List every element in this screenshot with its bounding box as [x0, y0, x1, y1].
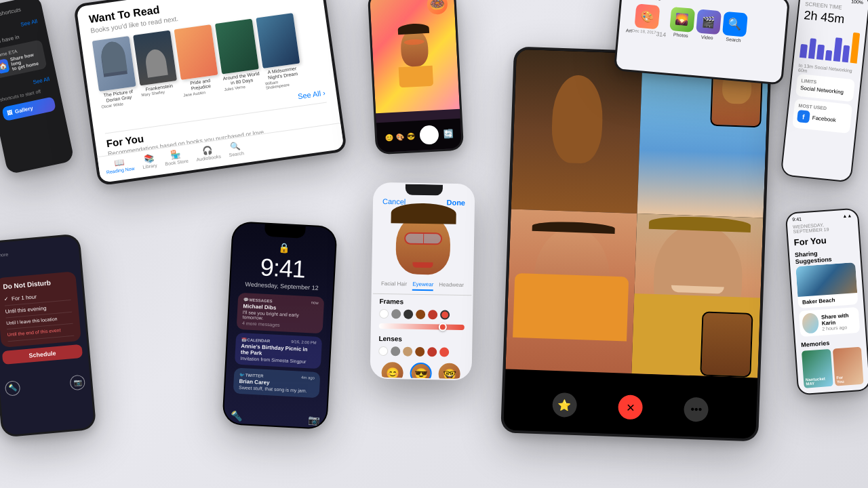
lens-color-clear[interactable] — [378, 346, 388, 356]
ix-camera-icon[interactable]: 📷 — [307, 414, 319, 426]
siri-see-all-2[interactable]: See All — [33, 76, 50, 85]
tablet-moments-screen: Moments 🎨 Art Dec 18, 2017 314 — [616, 0, 788, 83]
color-selected-red[interactable] — [440, 310, 450, 319]
slider-thumb[interactable] — [439, 323, 447, 331]
lock-bottom-icons: 🔦 📷 — [5, 374, 85, 396]
lens-color-gray[interactable] — [391, 346, 400, 356]
partial-text: ...more — [0, 246, 73, 258]
memoji-avatar-area — [373, 209, 473, 279]
book-cover-dorian — [92, 36, 136, 92]
tab-search[interactable]: 🔍 Search — [227, 140, 244, 157]
dnd-event-label: Until the end of this event — [7, 328, 60, 338]
memoji-tab-eyewear[interactable]: Eyewear — [412, 281, 433, 291]
tab-book-store[interactable]: 🏪 Book Store — [163, 148, 189, 167]
check-icon: ✓ — [4, 296, 9, 303]
notif-time-calendar: 9/16, 2:00 PM — [291, 340, 317, 346]
frames-label: Frames — [372, 294, 471, 309]
facetime-controls: ⭐ ✕ ••• — [503, 375, 757, 439]
facebook-icon: f — [797, 110, 810, 123]
lens-color-bright-red[interactable] — [439, 347, 449, 357]
emoji-1: 😊 — [384, 133, 393, 141]
phone-photos-screen: 9:41 ▲▲ WEDNESDAY, SEPTEMBER 19 For You … — [787, 209, 868, 394]
siri-see-all[interactable]: See All — [20, 18, 38, 28]
memory-nantucket-label: NantucketMAY — [806, 377, 826, 386]
moment-photos[interactable]: 🌄 Photos — [669, 7, 695, 41]
st-bar-2 — [808, 38, 817, 59]
see-all-link[interactable]: See All › — [297, 88, 326, 100]
audiobooks-icon: 🎧 — [202, 145, 214, 156]
tablet-books: Want To Read Books you'd like to read ne… — [73, 0, 347, 186]
memoji-variant-1[interactable]: 😊 — [381, 362, 403, 379]
memoji-variant-3[interactable]: 🤓 — [438, 363, 460, 379]
color-red[interactable] — [428, 310, 437, 319]
emoji-palette: 😊 🎨 😎 — [384, 132, 415, 141]
flashlight-icon[interactable]: 🔦 — [5, 380, 21, 396]
memory-2-label: ForYou — [836, 375, 844, 384]
sharing-card-karin: Share with Karin 2 hours ago — [799, 307, 860, 337]
memoji-variant-2-selected[interactable]: 😎 — [410, 363, 432, 380]
st-facebook-label: Facebook — [812, 115, 836, 123]
phone-lock-screen: ...more Do Not Disturb ✓ For 1 hour Unti… — [0, 233, 96, 437]
memoji-tab-facial-hair[interactable]: Facial Hair — [381, 281, 407, 291]
frames-slider[interactable] — [379, 323, 465, 330]
memoji-cancel-button[interactable]: Cancel — [382, 197, 406, 206]
memoji-face — [395, 213, 451, 274]
memory-nantucket[interactable]: NantucketMAY — [802, 349, 833, 388]
moment-video[interactable]: 🎬 Video — [695, 9, 722, 43]
moment-search[interactable]: 🔍 Search — [722, 12, 748, 45]
color-white[interactable] — [379, 309, 389, 319]
book-cover-world80 — [215, 19, 259, 75]
book-cover-frankenstein — [133, 30, 177, 86]
siri-content: widget shortcuts See All could have in H… — [0, 0, 62, 128]
home-icon: 🏠 — [0, 58, 10, 74]
photos-signal: ▲▲ — [842, 213, 852, 218]
dnd-1hour-label: For 1 hour — [12, 293, 37, 302]
color-dark[interactable] — [403, 310, 413, 319]
phone-lock-screen-display: ...more Do Not Disturb ✓ For 1 hour Unti… — [0, 236, 94, 436]
notif-app-twitter: 🐦 TWITTER — [239, 372, 264, 378]
st-bar-chart — [800, 24, 861, 64]
tab-reading-now[interactable]: 📖 Reading Now — [104, 156, 135, 175]
baker-beach-img — [795, 262, 857, 297]
memoji-notch — [406, 184, 443, 196]
book-cover-pride — [174, 24, 218, 80]
color-gray[interactable] — [391, 309, 401, 319]
library-icon: 📚 — [143, 153, 155, 164]
st-facebook-row: f Facebook — [797, 110, 847, 127]
art-info: Art Dec 18, 2017 314 — [625, 28, 666, 38]
shutter-button[interactable] — [419, 125, 439, 144]
memory-2[interactable]: ForYou — [832, 347, 863, 386]
lenses-colors — [372, 344, 471, 360]
lens-color-tan[interactable] — [403, 347, 412, 357]
tab-library[interactable]: 📚 Library — [141, 152, 157, 169]
photos-emoji: 🌄 — [675, 13, 690, 27]
moments-content: Moments 🎨 Art Dec 18, 2017 314 — [618, 0, 788, 58]
tablet-facetime: ⭐ ✕ ••• — [500, 47, 772, 442]
facetime-star-button[interactable]: ⭐ — [552, 392, 577, 418]
facetime-end-button[interactable]: ✕ — [618, 394, 643, 420]
siri-gallery-widget: 🖼Gallery — [1, 96, 56, 121]
subject-face — [400, 28, 429, 67]
tab-book-store-label: Book Store — [165, 159, 189, 167]
tablet-facetime-screen: ⭐ ✕ ••• — [503, 49, 768, 439]
subject-body — [399, 66, 434, 88]
book-frankenstein: Frankenstein Mary Shelley — [133, 30, 180, 107]
memoji-glasses — [404, 232, 442, 245]
dnd-card: Do Not Disturb ✓ For 1 hour Until this e… — [0, 271, 81, 348]
memoji-done-button[interactable]: Done — [446, 199, 465, 207]
tab-search-label: Search — [229, 150, 244, 157]
tab-audiobooks[interactable]: 🎧 Audiobooks — [195, 144, 221, 162]
st-bar-1 — [800, 44, 808, 58]
memoji-tab-headwear[interactable]: Headwear — [439, 281, 464, 291]
lens-color-red[interactable] — [427, 347, 437, 357]
facetime-more-button[interactable]: ••• — [684, 397, 709, 422]
ix-flashlight-icon[interactable]: 🔦 — [231, 410, 243, 422]
st-battery: 100% — [851, 0, 864, 5]
st-bar-4 — [825, 50, 833, 61]
camera-icon[interactable]: 📷 — [69, 374, 85, 390]
lens-color-brown[interactable] — [415, 347, 425, 357]
memories-row: NantucketMAY ForYou — [796, 346, 868, 388]
color-brown[interactable] — [416, 310, 425, 319]
camera-flip-icon[interactable]: 🔄 — [443, 129, 454, 139]
schedule-button[interactable]: Schedule — [2, 344, 83, 365]
